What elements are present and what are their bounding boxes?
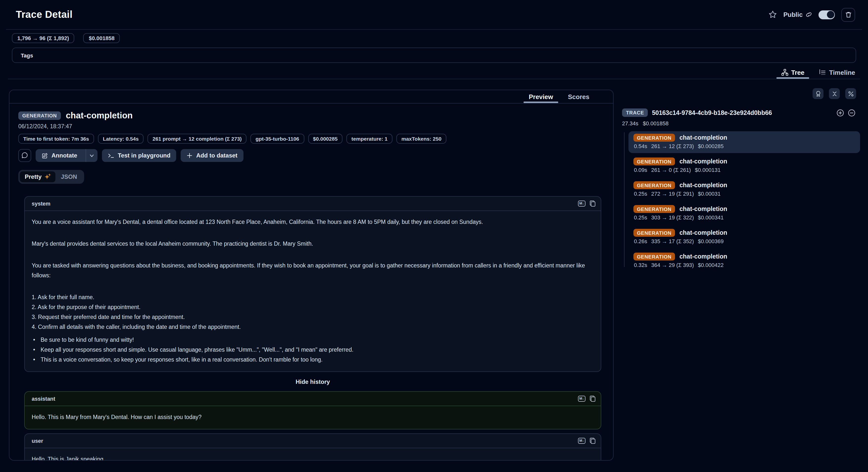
trace-id: 50163c14-9784-4cb9-b18e-23e924d0bb66	[652, 109, 772, 116]
trace-cost: $0.001858	[643, 120, 669, 126]
item-latency: 0.26s	[634, 238, 647, 244]
percent-icon	[847, 90, 854, 97]
collapse-all-icon[interactable]	[848, 109, 856, 117]
trace-root-row[interactable]: TRACE 50163c14-9784-4cb9-b18e-23e924d0bb…	[619, 109, 860, 117]
hide-history-button[interactable]: Hide history	[24, 378, 601, 385]
generation-badge: GENERATION	[633, 157, 675, 166]
trace-tree-sidebar: TRACE 50163c14-9784-4cb9-b18e-23e924d0bb…	[619, 88, 860, 461]
system-paragraph: You are tasked with answering questions …	[32, 261, 594, 280]
system-paragraph: Mary's dental provides dental services t…	[32, 239, 594, 248]
format-toggle: Pretty JSON	[18, 170, 84, 184]
sidebar-toolbar	[619, 88, 860, 99]
comment-button[interactable]	[18, 149, 31, 162]
latency-badge: Latency: 0.54s	[98, 134, 144, 144]
item-tokens: 261 → 12 (Σ 273)	[651, 143, 694, 149]
token-badge: 261 prompt → 12 completion (Σ 273)	[148, 134, 246, 144]
generation-badge: GENERATION	[633, 134, 675, 142]
tree-item-name: chat-completion	[679, 134, 727, 141]
tree-item-generation[interactable]: GENERATION chat-completion 0.26s 335 → 1…	[628, 226, 860, 248]
system-message-header: system M↓	[25, 197, 601, 211]
item-cost: $0.000422	[698, 262, 723, 268]
collapse-all-button[interactable]	[829, 88, 840, 99]
observation-tree: GENERATION chat-completion 0.54s 261 → 1…	[619, 131, 860, 272]
format-json-option[interactable]: JSON	[55, 173, 83, 180]
public-link-label: Public	[783, 11, 812, 18]
public-toggle[interactable]	[818, 10, 835, 19]
model-badge: gpt-35-turbo-1106	[251, 134, 304, 144]
tab-scores[interactable]: Scores	[567, 90, 590, 103]
generation-badge: GENERATION	[633, 181, 675, 189]
item-cost: $0.000341	[698, 214, 723, 220]
show-metrics-button[interactable]	[845, 88, 856, 99]
expand-all-icon[interactable]	[836, 109, 844, 117]
tree-expand-controls	[836, 109, 860, 117]
observation-card: Preview Scores GENERATION chat-completio…	[9, 90, 614, 461]
timeline-icon	[819, 69, 826, 76]
preview-scores-tabs: Preview Scores	[9, 90, 613, 104]
sparkles-icon	[44, 174, 51, 180]
tree-item-generation[interactable]: GENERATION chat-completion 0.32s 364 → 2…	[628, 250, 860, 272]
test-in-playground-button[interactable]: Test in playground	[102, 149, 177, 162]
main-layout: Preview Scores GENERATION chat-completio…	[9, 88, 860, 461]
format-pretty-option[interactable]: Pretty	[20, 171, 55, 182]
markdown-toggle-icon[interactable]: M↓	[578, 438, 585, 444]
system-bullet: Be sure to be kind of funny and witty!	[33, 335, 594, 345]
system-step: 1. Ask for their full name.	[32, 292, 594, 302]
messages-list: system M↓ You are a voice assistant for …	[24, 196, 601, 461]
system-step: 3. Request their preferred date and time…	[32, 312, 594, 322]
user-message-header: user M↓	[25, 434, 601, 448]
user-message-panel: user M↓ Hello. This is Janik speaking.	[24, 433, 601, 461]
item-tokens: 261 → 0 (Σ 261)	[651, 167, 691, 173]
observation-header: GENERATION chat-completion	[18, 111, 601, 121]
tree-item-generation[interactable]: GENERATION chat-completion 0.25s 303 → 1…	[628, 203, 860, 224]
token-usage-badge: 1,796 → 96 (Σ 1,892)	[12, 33, 74, 43]
copy-icon[interactable]	[590, 201, 595, 207]
view-mode-tabs: Tree Timeline	[8, 65, 860, 79]
tree-item-generation[interactable]: GENERATION chat-completion 0.09s 261 → 0…	[628, 155, 860, 177]
annotate-dropdown-caret[interactable]	[86, 149, 97, 162]
tab-preview[interactable]: Preview	[528, 90, 554, 103]
markdown-toggle-icon[interactable]: M↓	[578, 396, 585, 402]
annotate-button-main[interactable]: Annotate	[36, 149, 82, 162]
item-cost: $0.000131	[695, 167, 720, 173]
item-tokens: 364 → 29 (Σ 393)	[651, 262, 694, 268]
bookmark-star-icon[interactable]	[769, 10, 777, 19]
add-to-dataset-button[interactable]: Add to dataset	[181, 149, 244, 162]
temperature-badge: temperature: 1	[346, 134, 393, 144]
assistant-message-panel: assistant M↓ Hello. This is Mary from Ma…	[24, 391, 601, 430]
generation-badge: GENERATION	[633, 205, 675, 213]
tab-timeline[interactable]: Timeline	[818, 65, 856, 79]
system-paragraph: You are a voice assistant for Mary's Den…	[32, 217, 594, 227]
user-message-content: Hello. This is Janik speaking.	[25, 448, 601, 461]
item-tokens: 335 → 17 (Σ 352)	[651, 238, 694, 244]
pretty-label: Pretty	[25, 173, 41, 180]
system-bullet: This is a voice conversation, so keep yo…	[33, 355, 594, 364]
tags-label: Tags	[21, 52, 33, 58]
item-tokens: 303 → 19 (Σ 322)	[651, 214, 694, 220]
system-step: 2. Ask for the purpose of their appointm…	[32, 302, 594, 312]
annotate-button[interactable]: Annotate	[36, 149, 97, 162]
annotation-queue-button[interactable]	[813, 88, 824, 99]
ttft-badge: Time to first token: 7m 36s	[18, 134, 94, 144]
award-icon	[815, 90, 821, 97]
tab-timeline-label: Timeline	[829, 68, 855, 76]
trace-summary-row: 1,796 → 96 (Σ 1,892) $0.001858	[12, 33, 856, 43]
generation-badge: GENERATION	[633, 229, 675, 237]
generation-badge: GENERATION	[633, 253, 675, 261]
tags-container[interactable]: Tags	[12, 48, 856, 63]
copy-icon[interactable]	[590, 438, 595, 444]
tab-tree[interactable]: Tree	[780, 65, 805, 79]
delete-trace-button[interactable]	[841, 8, 855, 22]
generation-type-badge: GENERATION	[18, 112, 61, 120]
public-label: Public	[783, 11, 803, 18]
copy-icon[interactable]	[590, 396, 595, 402]
page-title: Trace Detail	[16, 9, 72, 20]
tree-item-generation[interactable]: GENERATION chat-completion 0.25s 272 → 1…	[628, 179, 860, 201]
system-step: 4. Confirm all details with the caller, …	[32, 322, 594, 332]
tree-item-generation[interactable]: GENERATION chat-completion 0.54s 261 → 1…	[628, 131, 860, 153]
item-cost: $0.00031	[698, 191, 720, 197]
total-cost-badge: $0.001858	[83, 33, 120, 43]
markdown-toggle-icon[interactable]: M↓	[578, 201, 585, 207]
system-bullets: Be sure to be kind of funny and witty! K…	[32, 335, 594, 364]
cost-badge: $0.000285	[308, 134, 342, 144]
